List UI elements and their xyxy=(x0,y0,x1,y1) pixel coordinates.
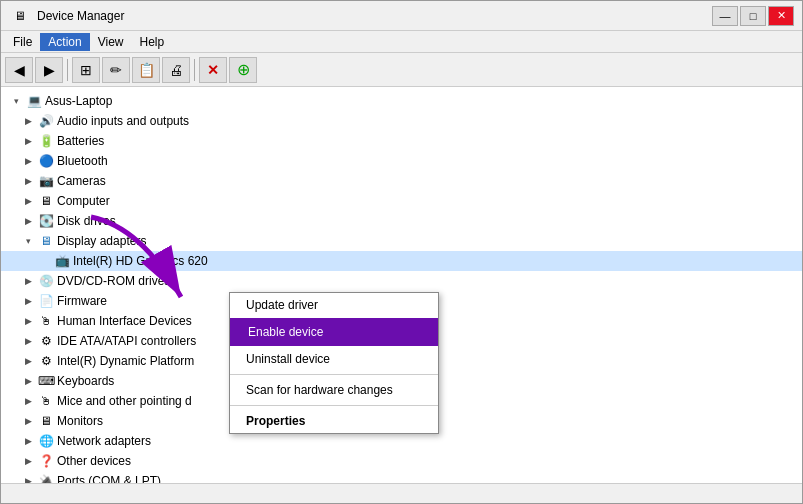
ctx-properties[interactable]: Properties xyxy=(230,409,438,433)
dvd-expand[interactable]: ▶ xyxy=(21,274,35,288)
title-bar-left: 🖥 Device Manager xyxy=(9,8,124,24)
cameras-icon: 📷 xyxy=(38,173,54,189)
hid-icon: 🖱 xyxy=(38,313,54,329)
other-expand[interactable]: ▶ xyxy=(21,454,35,468)
network-expand[interactable]: ▶ xyxy=(21,434,35,448)
tree-item-bluetooth[interactable]: ▶ 🔵 Bluetooth xyxy=(1,151,802,171)
mice-expand[interactable]: ▶ xyxy=(21,394,35,408)
gpu-icon: 📺 xyxy=(54,253,70,269)
tree-item-disk[interactable]: ▶ 💽 Disk drives xyxy=(1,211,802,231)
root-label: Asus-Laptop xyxy=(45,94,112,108)
update-button[interactable]: 📋 xyxy=(132,57,160,83)
audio-icon: 🔊 xyxy=(38,113,54,129)
menu-action[interactable]: Action xyxy=(40,33,89,51)
tree-item-network[interactable]: ▶ 🌐 Network adapters xyxy=(1,431,802,451)
audio-expand[interactable]: ▶ xyxy=(21,114,35,128)
tree-item-batteries[interactable]: ▶ 🔋 Batteries xyxy=(1,131,802,151)
context-menu: Update driver Enable device Uninstall de… xyxy=(229,292,439,434)
bluetooth-expand[interactable]: ▶ xyxy=(21,154,35,168)
menu-file[interactable]: File xyxy=(5,33,40,51)
display-label: Display adapters xyxy=(57,234,146,248)
gpu-expand xyxy=(37,254,51,268)
dvd-label: DVD/CD-ROM drives xyxy=(57,274,170,288)
close-button[interactable]: ✕ xyxy=(768,6,794,26)
toolbar: ◀ ▶ ⊞ ✏ 📋 🖨 ✕ ⊕ xyxy=(1,53,802,87)
window-title: Device Manager xyxy=(37,9,124,23)
tree-item-computer[interactable]: ▶ 🖥 Computer xyxy=(1,191,802,211)
disk-expand[interactable]: ▶ xyxy=(21,214,35,228)
menu-help[interactable]: Help xyxy=(132,33,173,51)
display-expand[interactable]: ▾ xyxy=(21,234,35,248)
other-label: Other devices xyxy=(57,454,131,468)
print-button[interactable]: 🖨 xyxy=(162,57,190,83)
cameras-expand[interactable]: ▶ xyxy=(21,174,35,188)
minimize-button[interactable]: — xyxy=(712,6,738,26)
title-bar: 🖥 Device Manager — □ ✕ xyxy=(1,1,802,31)
ctx-sep-1 xyxy=(230,374,438,375)
intel-icon: ⚙ xyxy=(38,353,54,369)
computer-expand[interactable]: ▶ xyxy=(21,194,35,208)
bluetooth-label: Bluetooth xyxy=(57,154,108,168)
add-button[interactable]: ⊕ xyxy=(229,57,257,83)
mice-icon: 🖱 xyxy=(38,393,54,409)
tree-item-display[interactable]: ▾ 🖥 Display adapters xyxy=(1,231,802,251)
disk-icon: 💽 xyxy=(38,213,54,229)
dvd-icon: 💿 xyxy=(38,273,54,289)
monitors-icon: 🖥 xyxy=(38,413,54,429)
tree-item-cameras[interactable]: ▶ 📷 Cameras xyxy=(1,171,802,191)
tree-item-audio[interactable]: ▶ 🔊 Audio inputs and outputs xyxy=(1,111,802,131)
maximize-button[interactable]: □ xyxy=(740,6,766,26)
batteries-expand[interactable]: ▶ xyxy=(21,134,35,148)
status-bar xyxy=(1,483,802,503)
tree-root[interactable]: ▾ 💻 Asus-Laptop xyxy=(1,91,802,111)
keyboard-expand[interactable]: ▶ xyxy=(21,374,35,388)
ctx-sep-2 xyxy=(230,405,438,406)
driver-button[interactable]: ✏ xyxy=(102,57,130,83)
monitors-expand[interactable]: ▶ xyxy=(21,414,35,428)
mice-label: Mice and other pointing d xyxy=(57,394,192,408)
other-icon: ❓ xyxy=(38,453,54,469)
hid-expand[interactable]: ▶ xyxy=(21,314,35,328)
bluetooth-icon: 🔵 xyxy=(38,153,54,169)
ctx-scan-hardware[interactable]: Scan for hardware changes xyxy=(230,378,438,402)
intel-expand[interactable]: ▶ xyxy=(21,354,35,368)
ports-icon: 🔌 xyxy=(38,473,54,483)
ctx-update-driver[interactable]: Update driver xyxy=(230,293,438,317)
properties-button[interactable]: ⊞ xyxy=(72,57,100,83)
network-label: Network adapters xyxy=(57,434,151,448)
ports-expand[interactable]: ▶ xyxy=(21,474,35,483)
ide-icon: ⚙ xyxy=(38,333,54,349)
tree-item-other[interactable]: ▶ ❓ Other devices xyxy=(1,451,802,471)
remove-button[interactable]: ✕ xyxy=(199,57,227,83)
batteries-icon: 🔋 xyxy=(38,133,54,149)
ide-expand[interactable]: ▶ xyxy=(21,334,35,348)
root-icon: 💻 xyxy=(26,93,42,109)
forward-button[interactable]: ▶ xyxy=(35,57,63,83)
computer-label: Computer xyxy=(57,194,110,208)
root-expand[interactable]: ▾ xyxy=(9,94,23,108)
tree-item-gpu[interactable]: 📺 Intel(R) HD Graphics 620 xyxy=(1,251,802,271)
ctx-enable-device[interactable]: Enable device xyxy=(230,318,438,346)
firmware-icon: 📄 xyxy=(38,293,54,309)
tree-item-dvd[interactable]: ▶ 💿 DVD/CD-ROM drives xyxy=(1,271,802,291)
content-area: ▾ 💻 Asus-Laptop ▶ 🔊 Audio inputs and out… xyxy=(1,87,802,483)
toolbar-sep-2 xyxy=(194,59,195,81)
back-button[interactable]: ◀ xyxy=(5,57,33,83)
keyboard-icon: ⌨ xyxy=(38,373,54,389)
ctx-uninstall-device[interactable]: Uninstall device xyxy=(230,347,438,371)
menu-view[interactable]: View xyxy=(90,33,132,51)
window-controls: — □ ✕ xyxy=(712,6,794,26)
disk-label: Disk drives xyxy=(57,214,116,228)
network-icon: 🌐 xyxy=(38,433,54,449)
audio-label: Audio inputs and outputs xyxy=(57,114,189,128)
tree-item-ports[interactable]: ▶ 🔌 Ports (COM & LPT) xyxy=(1,471,802,483)
keyboard-label: Keyboards xyxy=(57,374,114,388)
intel-label: Intel(R) Dynamic Platform xyxy=(57,354,194,368)
display-icon: 🖥 xyxy=(38,233,54,249)
monitors-label: Monitors xyxy=(57,414,103,428)
firmware-expand[interactable]: ▶ xyxy=(21,294,35,308)
computer-icon: 🖥 xyxy=(38,193,54,209)
ports-label: Ports (COM & LPT) xyxy=(57,474,161,483)
hid-label: Human Interface Devices xyxy=(57,314,192,328)
toolbar-sep-1 xyxy=(67,59,68,81)
